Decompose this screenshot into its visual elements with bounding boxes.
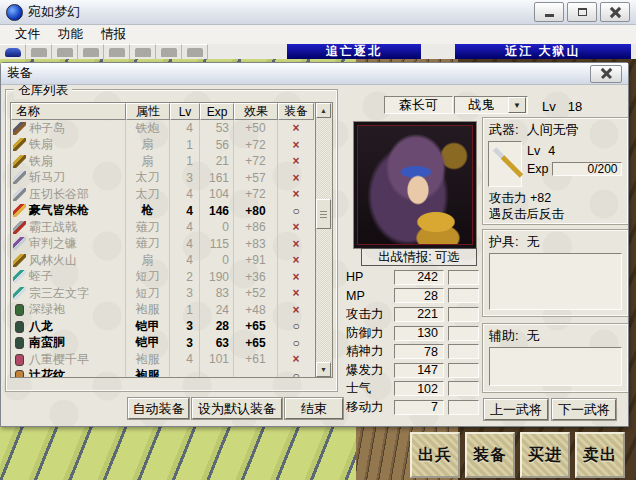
item-attr: 短刀 xyxy=(126,269,170,286)
camp-toolbar-button[interactable] xyxy=(26,44,52,59)
item-icon xyxy=(13,122,26,135)
weapon-trait: 遇反击后反击 xyxy=(489,206,564,223)
castle-toolbar-button[interactable] xyxy=(130,44,156,59)
item-exp: 56 xyxy=(200,137,234,154)
table-row[interactable]: 豪气皆朱枪 枪 4 146 +80 ○ xyxy=(11,203,332,220)
item-equip-mark: ○ xyxy=(278,335,314,352)
cart-toolbar-button[interactable] xyxy=(78,44,104,59)
stat-value: 130 xyxy=(394,326,444,341)
prev-general-button[interactable]: 上一武将 xyxy=(484,399,548,420)
stat-label: 士气 xyxy=(346,380,394,397)
item-name: 豪气皆朱枪 xyxy=(29,203,89,220)
aux-label: 辅助: xyxy=(489,327,519,345)
horse-toolbar-button[interactable] xyxy=(52,44,78,59)
menu-item-0[interactable]: 文件 xyxy=(6,24,49,45)
stat-row: 攻击力 221 xyxy=(346,305,479,324)
scrollbar-thumb[interactable] xyxy=(316,199,331,229)
menu-item-2[interactable]: 情报 xyxy=(92,24,135,45)
item-icon xyxy=(13,155,26,168)
table-row[interactable]: 霸王战戟 薙刀 4 0 +86 × xyxy=(11,219,332,236)
table-row[interactable]: 八龙 铠甲 3 28 +65 ○ xyxy=(11,318,332,335)
next-general-button[interactable]: 下一武将 xyxy=(552,399,616,420)
deploy-status: 出战情报: 可选 xyxy=(361,248,477,266)
table-row[interactable]: 宗三左文字 短刀 3 83 +52 × xyxy=(11,285,332,302)
close-button[interactable] xyxy=(600,2,630,22)
stat-value: 242 xyxy=(394,270,444,285)
deploy-button[interactable]: 出兵 xyxy=(410,432,460,478)
item-name: 蛭子 xyxy=(29,269,53,286)
item-exp: 161 xyxy=(200,170,234,187)
mountain-toolbar-button[interactable] xyxy=(0,44,26,59)
stat-row: 防御力 130 xyxy=(346,324,479,343)
armor-panel: 护具: 无 xyxy=(482,229,628,317)
table-scrollbar[interactable]: ▲ ▼ xyxy=(315,103,332,377)
table-row[interactable]: 辻花纹 袍服 ○ xyxy=(11,368,332,379)
item-icon xyxy=(13,303,26,316)
equip-button[interactable]: 装备 xyxy=(465,432,515,478)
item-exp: 0 xyxy=(200,219,234,236)
item-equip-mark: × xyxy=(278,236,314,253)
item-exp: 146 xyxy=(200,203,234,220)
level-label: Lv xyxy=(542,99,556,114)
item-effect: +83 xyxy=(234,236,278,253)
item-equip-mark: × xyxy=(278,285,314,302)
class-dropdown[interactable]: 战鬼 ▼ xyxy=(454,96,528,114)
table-row[interactable]: 斩马刀 太刀 3 161 +57 × xyxy=(11,170,332,187)
table-row[interactable]: 南蛮胴 铠甲 3 63 +65 ○ xyxy=(11,335,332,352)
table-row[interactable]: 深绿袍 袍服 1 24 +48 × xyxy=(11,302,332,319)
item-effect: +72 xyxy=(234,137,278,154)
stat-row: 士气 102 xyxy=(346,380,479,399)
item-attr: 太刀 xyxy=(126,170,170,187)
minimize-button[interactable] xyxy=(534,2,564,22)
table-row[interactable]: 八重樱千早 袍服 4 101 +61 × xyxy=(11,351,332,368)
menu-item-1[interactable]: 功能 xyxy=(49,24,92,45)
stat-bonus-box xyxy=(448,381,479,396)
table-row[interactable]: 种子岛 铁炮 4 53 +50 × xyxy=(11,120,332,137)
table-row[interactable]: 审判之镰 薙刀 4 115 +83 × xyxy=(11,236,332,253)
item-name: 深绿袍 xyxy=(29,302,65,319)
table-row[interactable]: 铁扇 扇 1 56 +72 × xyxy=(11,137,332,154)
scroll-up-arrow-icon[interactable]: ▲ xyxy=(316,103,331,118)
weapon-panel: 武器: 人间无骨 Lv 4 Exp 0/200 攻击力 +82 遇反击后反击 xyxy=(482,117,628,225)
ship-toolbar-button[interactable] xyxy=(182,44,208,59)
item-name: 霸王战戟 xyxy=(29,219,77,236)
scroll-down-arrow-icon[interactable]: ▼ xyxy=(316,362,331,377)
finish-button[interactable]: 结束 xyxy=(285,398,343,419)
item-icon xyxy=(13,369,26,378)
armor-label: 护具: xyxy=(489,233,519,251)
auto-equip-button[interactable]: 自动装备 xyxy=(128,398,189,419)
table-row[interactable]: 风林火山 扇 4 0 +91 × xyxy=(11,252,332,269)
item-attr: 薙刀 xyxy=(126,236,170,253)
dialog-close-button[interactable] xyxy=(590,65,622,83)
item-equip-mark: × xyxy=(278,219,314,236)
item-table-header: 名称属性LvExp效果装备 xyxy=(11,103,332,120)
town-toolbar-button[interactable] xyxy=(156,44,182,59)
item-equip-mark: × xyxy=(278,153,314,170)
armor-value: 无 xyxy=(527,233,540,251)
item-equip-mark: × xyxy=(278,137,314,154)
item-icon xyxy=(13,320,26,333)
maximize-button[interactable] xyxy=(567,2,597,22)
stat-value: 7 xyxy=(394,400,444,415)
scroll-toolbar-button[interactable] xyxy=(104,44,130,59)
class-value: 战鬼 xyxy=(455,96,508,114)
stat-row: 精神力 78 xyxy=(346,342,479,361)
item-attr: 枪 xyxy=(126,203,170,220)
item-lv: 4 xyxy=(170,236,200,253)
table-row[interactable]: 蛭子 短刀 2 190 +36 × xyxy=(11,269,332,286)
item-equip-mark: × xyxy=(278,120,314,137)
column-header: Exp xyxy=(200,103,234,120)
set-default-equip-button[interactable]: 设为默认装备 xyxy=(192,398,282,419)
item-exp: 83 xyxy=(200,285,234,302)
table-row[interactable]: 铁扇 扇 1 21 +72 × xyxy=(11,153,332,170)
item-lv: 3 xyxy=(170,170,200,187)
chevron-down-icon[interactable]: ▼ xyxy=(508,97,526,113)
table-row[interactable]: 压切长谷部 太刀 4 104 +72 × xyxy=(11,186,332,203)
item-exp xyxy=(200,368,234,379)
stat-bonus-box xyxy=(448,307,479,322)
buy-button[interactable]: 买进 xyxy=(520,432,570,478)
status-banner-location: 近江 大狱山 xyxy=(455,44,631,59)
item-icon xyxy=(13,138,26,151)
sell-button[interactable]: 卖出 xyxy=(575,432,625,478)
map-button-row: 出兵装备买进卖出 xyxy=(410,432,625,478)
